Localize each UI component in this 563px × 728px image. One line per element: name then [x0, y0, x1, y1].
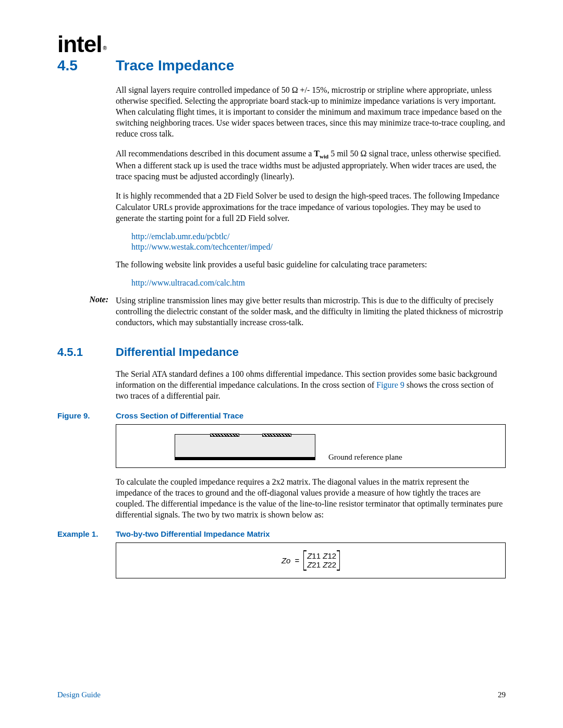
- figure-title: Cross Section of Differential Trace: [116, 411, 243, 420]
- example-title: Two-by-two Differential Impedance Matrix: [116, 529, 270, 538]
- link-ultracad[interactable]: http://www.ultracad.com/calc.htm: [131, 278, 506, 288]
- section-number: 4.5: [57, 57, 116, 74]
- matrix-bracket: Z11 Z12 Z21 Z22: [303, 550, 340, 571]
- footer-doc-title: Design Guide: [57, 690, 101, 699]
- substrate: [175, 434, 315, 459]
- matrix-lhs: Zo: [282, 556, 291, 565]
- link-westak[interactable]: http://www.westak.com/techcenter/imped/: [131, 242, 506, 252]
- page-number: 29: [498, 690, 506, 699]
- link-emclab[interactable]: http://emclab.umr.edu/pcbtlc/: [131, 232, 506, 241]
- subsection-title: Differential Impedance: [116, 346, 239, 359]
- matrix-box: Zo = Z11 Z12 Z21 Z22: [116, 542, 506, 578]
- example-label: Example 1.: [57, 529, 116, 538]
- registered-mark: ®: [103, 45, 106, 51]
- paragraph: All signal layers require controlled imp…: [116, 84, 506, 140]
- paragraph: The Serial ATA standard defines a 100 oh…: [116, 368, 506, 401]
- paragraph: To calculate the coupled impedance requi…: [116, 476, 506, 520]
- equals-sign: =: [295, 556, 299, 565]
- ground-plane: [175, 457, 315, 460]
- figure-9-ref-link[interactable]: Figure 9: [376, 380, 405, 389]
- paragraph: The following website link provides a us…: [116, 259, 506, 270]
- paragraph: It is highly recommended that a 2D Field…: [116, 190, 506, 223]
- paragraph: All recommendations described in this do…: [116, 148, 506, 182]
- subsection-number: 4.5.1: [57, 346, 116, 359]
- diff-trace-left: [210, 434, 239, 437]
- diff-trace-right: [262, 434, 291, 437]
- section-title: Trace Impedance: [116, 57, 234, 74]
- figure-label: Figure 9.: [57, 411, 116, 420]
- ground-plane-label: Ground reference plane: [328, 453, 402, 462]
- figure-9-box: Ground reference plane: [116, 424, 506, 468]
- note-label: Note:: [57, 295, 116, 328]
- note-text: Using stripline transmission lines may g…: [116, 295, 506, 328]
- intel-logo: intel®: [57, 31, 506, 57]
